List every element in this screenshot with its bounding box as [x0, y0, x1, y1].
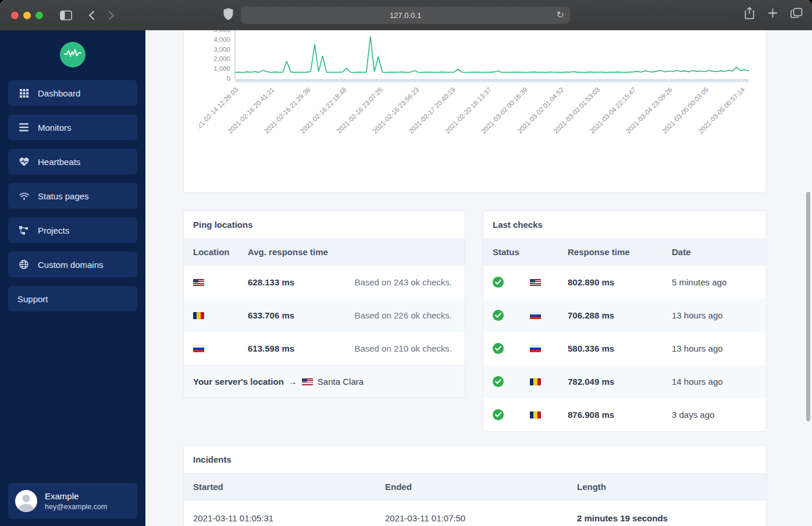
check-date: 13 hours ago: [672, 343, 757, 353]
tab-overview-icon[interactable]: [790, 8, 803, 21]
share-icon[interactable]: [744, 6, 755, 22]
column-header: Length: [577, 482, 757, 492]
response-time: 802.890 ms: [568, 277, 672, 287]
sidebar-item-label: Status pages: [38, 191, 89, 201]
incident-started: 2021-03-11 01:05:31: [193, 513, 385, 523]
sidebar-item-projects[interactable]: Projects: [8, 217, 137, 243]
server-location-label: Your server's location: [193, 377, 284, 387]
table-row: 782.049 ms 14 hours ago: [483, 365, 766, 398]
line-chart: 01,0002,0003,0004,0005,0002021-02-14 12:…: [199, 30, 752, 184]
table-row: 2021-03-11 01:05:31 2021-03-11 01:07:50 …: [184, 500, 766, 526]
heartbeat-icon: [19, 158, 29, 166]
reload-icon[interactable]: ↻: [557, 9, 564, 21]
sidebar-item-label: Support: [17, 294, 48, 304]
sidebar-item-label: Monitors: [38, 123, 72, 133]
flag-icon: [193, 345, 204, 352]
card-title: Ping locations: [184, 211, 465, 239]
sidebar: Dashboard Monitors Heartbeats Status pag…: [0, 30, 145, 526]
sidebar-toggle-icon[interactable]: [56, 6, 76, 24]
pulse-icon: [64, 48, 81, 61]
check-ok-icon: [493, 277, 504, 288]
address-bar[interactable]: 127.0.0.1 ↻: [241, 6, 570, 24]
check-ok-icon: [493, 409, 504, 420]
wifi-icon: [19, 192, 29, 200]
checks-note: Based on 243 ok checks.: [341, 277, 452, 287]
column-header: Location: [193, 247, 248, 257]
flag-icon: [530, 412, 541, 418]
table-row: 580.336 ms 13 hours ago: [483, 332, 766, 365]
last-checks-card: Last checks Status Response time Date 80…: [483, 210, 767, 432]
response-time: 706.288 ms: [568, 310, 672, 320]
avg-response-time: 613.598 ms: [248, 343, 341, 353]
table-row: 706.288 ms 13 hours ago: [483, 299, 766, 332]
response-time: 782.049 ms: [568, 377, 672, 387]
sidebar-item-heartbeats[interactable]: Heartbeats: [8, 149, 137, 174]
check-ok-icon: [493, 376, 504, 387]
flag-icon: [193, 312, 204, 319]
response-time: 580.336 ms: [568, 343, 672, 353]
avg-response-time: 633.706 ms: [248, 310, 341, 320]
card-title: Last checks: [483, 211, 766, 239]
check-date: 5 minutes ago: [672, 277, 757, 287]
sidebar-item-support[interactable]: Support: [8, 286, 137, 312]
check-ok-icon: [493, 310, 504, 321]
new-tab-icon[interactable]: [768, 8, 778, 20]
flag-icon: [530, 378, 541, 385]
checks-note: Based on 210 ok checks.: [341, 343, 452, 353]
incident-length: 2 minutes 19 seconds: [577, 513, 757, 523]
flag-icon: [530, 345, 541, 352]
sidebar-item-label: Projects: [38, 226, 69, 235]
url-text: 127.0.0.1: [390, 11, 421, 20]
app-logo[interactable]: [60, 42, 86, 67]
column-header: Response time: [568, 247, 672, 257]
svg-text:1,000: 1,000: [213, 65, 230, 72]
privacy-shield-icon[interactable]: [223, 8, 234, 23]
table-row: 628.133 ms Based on 243 ok checks.: [184, 266, 465, 299]
checks-note: Based on 226 ok checks.: [341, 310, 452, 320]
grid-icon: [19, 89, 29, 98]
sidebar-item-dashboard[interactable]: Dashboard: [8, 80, 137, 106]
flag-icon: [302, 378, 313, 385]
user-menu[interactable]: Example hey@example.com: [8, 483, 137, 519]
column-header: Avg. response time: [248, 247, 341, 257]
table-row: 613.598 ms Based on 210 ok checks.: [184, 332, 465, 365]
response-time: 876.908 ms: [568, 410, 672, 420]
zoom-window-button[interactable]: [35, 12, 43, 19]
sidebar-item-status-pages[interactable]: Status pages: [8, 183, 137, 209]
incident-ended: 2021-03-11 01:07:50: [385, 513, 577, 523]
svg-text:5,000: 5,000: [213, 30, 230, 33]
check-date: 13 hours ago: [672, 310, 757, 320]
minimize-window-button[interactable]: [23, 12, 31, 19]
browser-toolbar: 127.0.0.1 ↻: [0, 0, 812, 30]
sidebar-item-monitors[interactable]: Monitors: [8, 114, 137, 140]
flag-icon: [530, 312, 541, 319]
svg-text:2,000: 2,000: [213, 55, 230, 62]
user-email: hey@example.com: [45, 503, 107, 511]
column-header: Started: [193, 482, 385, 492]
arrow-right-icon: →: [289, 377, 297, 387]
card-title: Incidents: [184, 446, 766, 474]
list-icon: [19, 123, 29, 131]
response-time-chart: 01,0002,0003,0004,0005,0002021-02-14 12:…: [183, 30, 767, 193]
sidebar-item-label: Dashboard: [38, 88, 80, 98]
sitemap-icon: [19, 226, 29, 235]
sidebar-item-label: Custom domains: [38, 260, 104, 270]
user-name: Example: [45, 491, 107, 501]
check-date: 14 hours ago: [672, 377, 757, 387]
server-city: Santa Clara: [318, 377, 364, 387]
forward-button[interactable]: [101, 6, 121, 24]
column-header: Ended: [385, 482, 577, 492]
sidebar-item-label: Heartbeats: [38, 157, 80, 167]
server-location-footer: Your server's location → Santa Clara: [184, 365, 465, 398]
table-row: 876.908 ms 3 days ago: [483, 398, 766, 431]
main-content: 01,0002,0003,0004,0005,0002021-02-14 12:…: [145, 30, 812, 526]
table-row: 633.706 ms Based on 226 ok checks.: [184, 299, 465, 332]
sidebar-item-custom-domains[interactable]: Custom domains: [8, 252, 137, 277]
close-window-button[interactable]: [11, 12, 19, 19]
back-button[interactable]: [81, 6, 101, 24]
avatar: [15, 490, 37, 512]
scrollbar[interactable]: [806, 192, 810, 421]
browser-window: 127.0.0.1 ↻: [0, 0, 812, 526]
check-ok-icon: [493, 343, 504, 354]
column-header: Status: [493, 247, 530, 257]
